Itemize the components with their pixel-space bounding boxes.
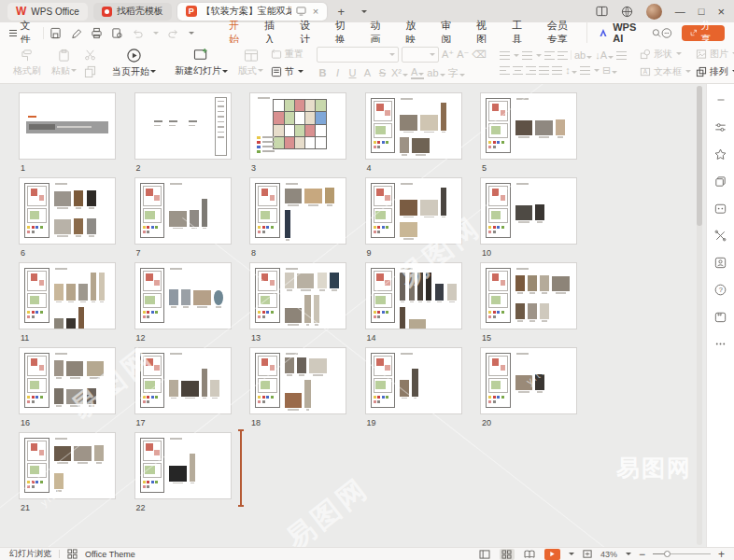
sort-text-button[interactable]: ↓A [595, 50, 614, 61]
wps-ai-button[interactable]: WPS AI [586, 21, 641, 44]
align-right-icon[interactable] [526, 66, 536, 75]
bullet-list-icon[interactable] [500, 51, 510, 60]
slide-thumbnail[interactable] [480, 347, 577, 414]
slide-thumbnail[interactable] [480, 177, 577, 245]
slide-thumbnail[interactable] [249, 177, 346, 245]
fit-to-window-icon[interactable] [582, 549, 593, 559]
close-window-button[interactable]: × [717, 6, 725, 18]
slide-thumbnail[interactable] [19, 92, 116, 160]
shapes-button[interactable]: 形状 [640, 48, 691, 61]
globe-icon[interactable] [621, 6, 633, 18]
export-pdf-icon[interactable] [70, 27, 82, 39]
slide-thumbnail[interactable] [134, 92, 232, 160]
help-icon[interactable]: ? [713, 281, 729, 298]
bold-button[interactable]: B [317, 68, 329, 78]
slide-sorter-view-button[interactable] [500, 549, 515, 560]
play-from-current-button[interactable]: 当页开始 [109, 47, 159, 79]
arrange-button[interactable]: 排列 [696, 65, 734, 78]
paragraph-mark-icon[interactable] [616, 51, 627, 60]
toolbar-customize-icon[interactable] [189, 32, 194, 35]
zoom-slider-handle[interactable] [664, 551, 670, 557]
decrease-font-button[interactable]: A⁻ [457, 49, 469, 60]
numbered-list-icon[interactable] [522, 51, 532, 60]
font-family-select[interactable] [317, 47, 399, 63]
print-preview-icon[interactable] [111, 27, 123, 39]
align-left-icon[interactable] [500, 66, 510, 75]
font-size-select[interactable] [402, 47, 439, 63]
tab-docer-templates[interactable]: 找稻壳模板 [93, 3, 172, 21]
new-slide-button[interactable]: 新建幻灯片 [172, 47, 231, 78]
justify-icon[interactable] [539, 66, 549, 75]
increase-font-button[interactable]: A⁺ [442, 49, 454, 60]
slide-layout-button[interactable]: 版式 [235, 48, 266, 78]
increase-indent-icon[interactable] [558, 51, 568, 60]
reading-view-button[interactable] [522, 549, 537, 560]
save-icon[interactable] [49, 27, 62, 39]
italic-button[interactable]: I [332, 68, 344, 78]
minimize-button[interactable]: — [675, 7, 685, 17]
slide-sorter-canvas[interactable]: 12345678910111213141516171819202122 易图网 … [0, 84, 706, 547]
cut-icon[interactable] [84, 49, 96, 61]
format-painter-button[interactable]: 格式刷 [10, 48, 44, 78]
assistant-message-icon[interactable] [661, 26, 672, 40]
slide-thumbnail[interactable] [134, 262, 232, 329]
slide-thumbnail[interactable] [134, 432, 232, 499]
slide-thumbnail[interactable] [19, 177, 116, 245]
contact-service-icon[interactable] [713, 254, 729, 271]
text-align-vertical-button[interactable]: ⊟ [602, 65, 617, 76]
assistant-icon[interactable] [713, 200, 729, 217]
textbox-button[interactable]: A 文本框 [640, 65, 691, 78]
highlight-color-button[interactable]: ab [427, 68, 445, 78]
section-button[interactable]: 节 [271, 65, 303, 78]
slide-thumbnail[interactable] [365, 347, 462, 414]
vertical-scrollbar[interactable] [697, 86, 702, 545]
clear-format-button[interactable]: ⌫ [472, 49, 487, 60]
print-icon[interactable] [91, 27, 103, 39]
text-direction-button[interactable]: ab [574, 50, 592, 61]
text-shadow-button[interactable]: A [361, 68, 374, 78]
star-favorites-icon[interactable] [713, 146, 729, 162]
paste-button[interactable]: 粘贴 [49, 48, 79, 78]
search-icon[interactable] [652, 27, 661, 39]
panel-collapse-icon[interactable] [713, 91, 729, 108]
slide-thumbnail[interactable] [134, 347, 232, 414]
share-button[interactable]: 分享 [682, 25, 725, 41]
undo-icon[interactable] [132, 27, 144, 39]
char-style-button[interactable]: 字 [448, 68, 465, 78]
tools-skills-icon[interactable] [713, 227, 729, 244]
slide-thumbnail[interactable] [249, 92, 346, 160]
columns-icon[interactable] [580, 66, 590, 75]
slide-thumbnail[interactable] [134, 177, 232, 245]
redo-icon[interactable] [167, 27, 179, 39]
distribute-icon[interactable] [552, 66, 562, 75]
scrollbar-thumb[interactable] [697, 86, 702, 226]
normal-view-button[interactable] [477, 549, 492, 560]
zoom-in-button[interactable]: + [718, 549, 725, 560]
zoom-out-button[interactable]: − [639, 549, 645, 560]
slide-thumbnail[interactable] [19, 347, 116, 414]
reset-slide-button[interactable]: 重置 [271, 48, 303, 61]
slide-thumbnail[interactable] [19, 262, 116, 329]
strikethrough-button[interactable]: S [376, 68, 388, 78]
slide-thumbnail[interactable] [365, 92, 462, 160]
underline-button[interactable]: U [346, 68, 359, 78]
slide-thumbnail[interactable] [19, 432, 116, 499]
font-color-button[interactable]: A [411, 67, 424, 79]
tune-properties-icon[interactable] [713, 119, 729, 135]
slide-thumbnail[interactable] [480, 262, 577, 329]
slideshow-dropdown-icon[interactable] [569, 553, 574, 555]
line-spacing-button[interactable]: ↕ [565, 65, 577, 76]
align-center-icon[interactable] [513, 66, 523, 75]
undo-dropdown-icon[interactable] [153, 32, 159, 35]
decrease-indent-icon[interactable] [544, 51, 555, 60]
slideshow-play-button[interactable] [544, 549, 560, 560]
slide-thumbnail[interactable] [249, 347, 346, 414]
tab-wps-home[interactable]: W WPS Office [7, 3, 88, 21]
layers-copy-icon[interactable] [713, 173, 729, 189]
maximize-button[interactable]: □ [699, 7, 705, 17]
superscript-button[interactable]: X² [391, 68, 408, 78]
more-options-icon[interactable] [713, 335, 729, 352]
user-avatar[interactable] [646, 4, 662, 20]
slide-thumbnail[interactable] [365, 262, 462, 329]
split-view-icon[interactable] [596, 6, 608, 17]
